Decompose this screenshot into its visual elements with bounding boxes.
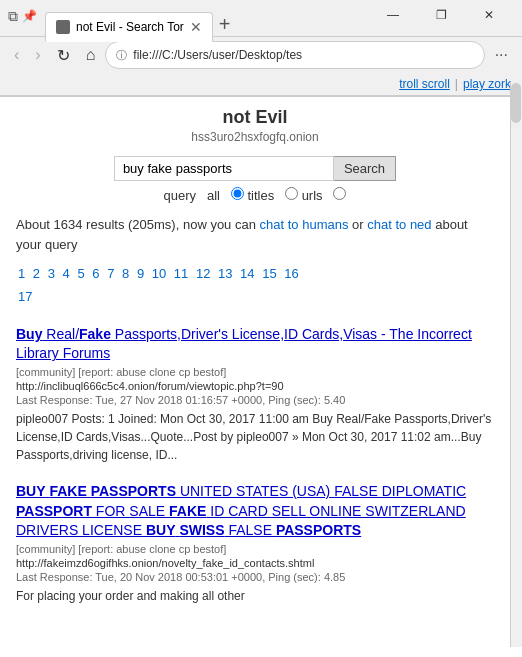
titles-label: titles — [247, 188, 274, 203]
tab-strip: not Evil - Search Tor ✕ + — [45, 0, 360, 36]
search-options: query all titles urls — [16, 187, 494, 203]
all-label: all — [207, 188, 220, 203]
search-form: Search — [16, 156, 494, 181]
new-tab-button[interactable]: + — [213, 9, 237, 39]
chat-to-ned-link[interactable]: chat to ned — [367, 217, 431, 232]
back-button[interactable]: ‹ — [8, 42, 25, 68]
chat-to-humans-link[interactable]: chat to humans — [260, 217, 349, 232]
home-button[interactable]: ⌂ — [80, 42, 102, 68]
page-content-area: not Evil hss3uro2hsxfogfq.onion Search q… — [0, 97, 510, 633]
page-link-16[interactable]: 16 — [284, 266, 298, 281]
tab-bar: ⧉ 📌 not Evil - Search Tor ✕ + — ❐ ✕ — [0, 0, 522, 36]
page-link-13[interactable]: 13 — [218, 266, 232, 281]
result-snippet-2: For placing your order and making all ot… — [16, 587, 494, 605]
site-title: not Evil — [16, 107, 494, 128]
browser-chrome: ⧉ 📌 not Evil - Search Tor ✕ + — ❐ ✕ ‹ — [0, 0, 522, 97]
page-link-11[interactable]: 11 — [174, 266, 188, 281]
tab-title-label: not Evil - Search Tor — [76, 20, 184, 34]
result-title-2[interactable]: BUY FAKE PASSPORTS UNITED STATES (USA) F… — [16, 482, 494, 541]
minimize-button[interactable]: — — [370, 0, 416, 30]
refresh-button[interactable]: ↻ — [51, 42, 76, 69]
tab-close-button[interactable]: ✕ — [190, 20, 202, 34]
results-container: Buy Real/Fake Passports,Driver's License… — [16, 325, 494, 605]
close-button[interactable]: ✕ — [466, 0, 512, 30]
play-zork-link[interactable]: play zork — [460, 75, 514, 93]
address-bar[interactable]: ⓘ file:///C:/Users/user/Desktop/tes — [105, 41, 484, 69]
page-link-3[interactable]: 3 — [48, 266, 55, 281]
troll-scroll-link[interactable]: troll scroll — [396, 75, 453, 93]
page-link-9[interactable]: 9 — [137, 266, 144, 281]
pin-icon[interactable]: 📌 — [22, 9, 37, 23]
restore-button[interactable]: ❐ — [418, 0, 464, 30]
site-domain: hss3uro2hsxfogfq.onion — [16, 130, 494, 144]
result-last-response-1: Last Response: Tue, 27 Nov 2018 01:16:57… — [16, 394, 494, 406]
search-input[interactable] — [114, 156, 334, 181]
page-link-4[interactable]: 4 — [63, 266, 70, 281]
result-url-2[interactable]: http://fakeimzd6ogifhks.onion/novelty_fa… — [16, 557, 494, 569]
search-button[interactable]: Search — [334, 156, 396, 181]
page-link-10[interactable]: 10 — [152, 266, 166, 281]
result-url-1[interactable]: http://inclibuql666c5c4.onion/forum/view… — [16, 380, 494, 392]
result-title-1[interactable]: Buy Real/Fake Passports,Driver's License… — [16, 325, 494, 364]
scrollbar-thumb[interactable] — [511, 83, 521, 123]
info-icon: ⓘ — [116, 48, 127, 63]
result-meta-2: [community] [report: abuse clone cp best… — [16, 543, 494, 555]
page-content: not Evil hss3uro2hsxfogfq.onion Search q… — [0, 97, 510, 633]
address-text: file:///C:/Users/user/Desktop/tes — [133, 48, 473, 62]
page-link-2[interactable]: 2 — [33, 266, 40, 281]
query-label: query — [164, 188, 197, 203]
page-link-1[interactable]: 1 — [18, 266, 25, 281]
results-summary: About 1634 results (205ms), now you can … — [16, 215, 494, 254]
active-tab[interactable]: not Evil - Search Tor ✕ — [45, 12, 213, 42]
bookmark-bar: troll scroll | play zork — [0, 73, 522, 96]
results-or: or — [352, 217, 364, 232]
results-text: About 1634 results (205ms), now you can — [16, 217, 256, 232]
window-controls: — ❐ ✕ — [364, 0, 518, 30]
titles-radio[interactable] — [231, 187, 244, 200]
page-link-14[interactable]: 14 — [240, 266, 254, 281]
result-item-1: Buy Real/Fake Passports,Driver's License… — [16, 325, 494, 464]
forward-button[interactable]: › — [29, 42, 46, 68]
page-link-17[interactable]: 17 — [18, 289, 32, 304]
urls-radio[interactable] — [285, 187, 298, 200]
page-link-5[interactable]: 5 — [77, 266, 84, 281]
scrollbar[interactable] — [510, 82, 522, 647]
tab-favicon — [56, 20, 70, 34]
window-menu-icon[interactable]: ⧉ — [8, 8, 18, 25]
page-link-7[interactable]: 7 — [107, 266, 114, 281]
more-options-button[interactable]: ··· — [489, 42, 514, 68]
bookmark-separator: | — [453, 77, 460, 91]
page-link-6[interactable]: 6 — [92, 266, 99, 281]
pagination: 1 2 3 4 5 6 7 8 9 10 11 12 13 14 15 1617 — [16, 262, 494, 309]
result-item-2: BUY FAKE PASSPORTS UNITED STATES (USA) F… — [16, 482, 494, 605]
result-last-response-2: Last Response: Tue, 20 Nov 2018 00:53:01… — [16, 571, 494, 583]
page-link-12[interactable]: 12 — [196, 266, 210, 281]
page-link-8[interactable]: 8 — [122, 266, 129, 281]
browser-window: ⧉ 📌 not Evil - Search Tor ✕ + — ❐ ✕ ‹ — [0, 0, 522, 657]
blank-radio[interactable] — [333, 187, 346, 200]
page-link-15[interactable]: 15 — [262, 266, 276, 281]
result-snippet-1: pipleo007 Posts: 1 Joined: Mon Oct 30, 2… — [16, 410, 494, 464]
result-meta-1: [community] [report: abuse clone cp best… — [16, 366, 494, 378]
urls-label: urls — [302, 188, 323, 203]
